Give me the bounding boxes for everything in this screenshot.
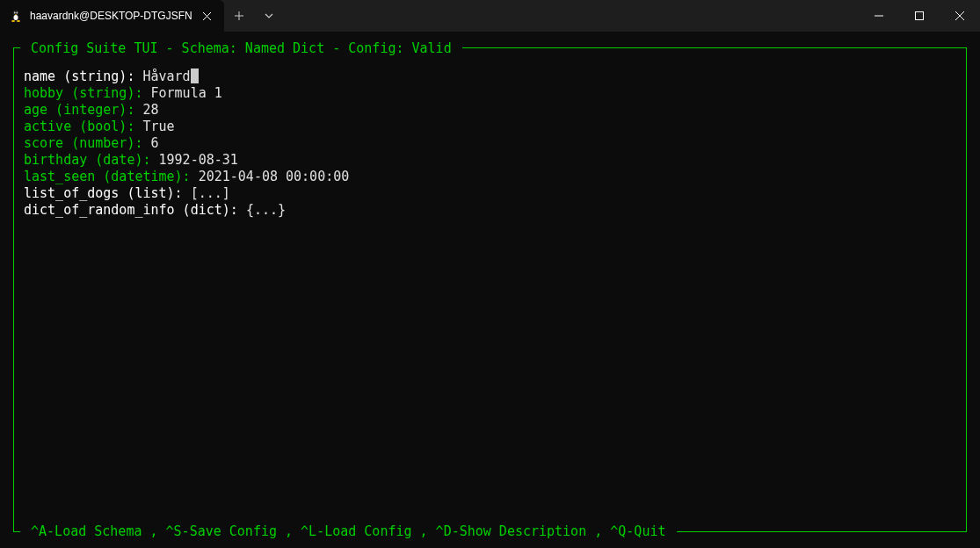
tui-box: Config Suite TUI - Schema: Named Dict - … — [11, 40, 969, 539]
field-value: 2021-04-08 00:00:00 — [199, 169, 350, 184]
field-label: list_of_dogs (list): — [24, 185, 191, 201]
field-birthday[interactable]: birthday (date): 1992-08-31 — [24, 152, 956, 169]
tabs-area: haavardnk@DESKTOP-DTGJSFN — [0, 0, 284, 32]
field-hobby[interactable]: hobby (string): Formula 1 — [24, 85, 956, 102]
field-list-of-dogs[interactable]: list_of_dogs (list): [...] — [24, 185, 956, 202]
terminal-pane[interactable]: Config Suite TUI - Schema: Named Dict - … — [0, 32, 980, 548]
field-label: active (bool): — [24, 119, 142, 134]
box-footer: ^A-Load Schema , ^S-Save Config , ^L-Loa… — [20, 523, 677, 539]
tab-controls — [224, 0, 284, 32]
field-value: 28 — [142, 102, 158, 118]
field-value: True — [142, 119, 174, 134]
tab-dropdown-button[interactable] — [254, 0, 284, 32]
field-value: 1992-08-31 — [159, 152, 238, 168]
box-content: name (string): Håvard hobby (string): Fo… — [24, 68, 956, 219]
field-value: Formula 1 — [151, 85, 222, 101]
field-age[interactable]: age (integer): 28 — [24, 102, 956, 119]
field-label: age (integer): — [24, 102, 142, 118]
svg-point-2 — [14, 15, 18, 20]
field-active[interactable]: active (bool): True — [24, 119, 956, 135]
field-label: birthday (date): — [24, 152, 159, 168]
titlebar: haavardnk@DESKTOP-DTGJSFN — [0, 0, 980, 32]
field-value: [...] — [191, 185, 230, 201]
tux-icon — [9, 9, 23, 23]
field-label: name (string): — [24, 68, 142, 84]
new-tab-button[interactable] — [224, 0, 254, 32]
field-value: {...} — [246, 202, 286, 218]
box-header: Config Suite TUI - Schema: Named Dict - … — [20, 40, 462, 56]
maximize-button[interactable] — [899, 0, 940, 32]
field-score[interactable]: score (number): 6 — [24, 135, 956, 152]
svg-point-6 — [17, 12, 18, 13]
field-last-seen[interactable]: last_seen (datetime): 2021-04-08 00:00:0… — [24, 169, 956, 185]
field-label: score (number): — [24, 135, 151, 151]
cursor-icon — [191, 68, 199, 83]
tab-title: haavardnk@DESKTOP-DTGJSFN — [30, 10, 192, 22]
field-dict-of-random-info[interactable]: dict_of_random_info (dict): {...} — [24, 202, 956, 219]
field-value: Håvard — [142, 68, 190, 84]
window-controls — [859, 0, 980, 32]
close-window-button[interactable] — [940, 0, 980, 32]
svg-point-5 — [15, 12, 16, 13]
field-value: 6 — [151, 135, 159, 151]
field-name[interactable]: name (string): Håvard — [24, 68, 956, 85]
svg-rect-9 — [916, 12, 924, 20]
field-label: hobby (string): — [24, 85, 151, 101]
svg-point-7 — [11, 20, 15, 22]
svg-point-8 — [17, 20, 20, 22]
minimize-button[interactable] — [859, 0, 899, 32]
field-label: last_seen (datetime): — [24, 169, 199, 184]
terminal-tab[interactable]: haavardnk@DESKTOP-DTGJSFN — [0, 0, 224, 32]
close-tab-button[interactable] — [200, 8, 215, 24]
field-label: dict_of_random_info (dict): — [24, 202, 246, 218]
